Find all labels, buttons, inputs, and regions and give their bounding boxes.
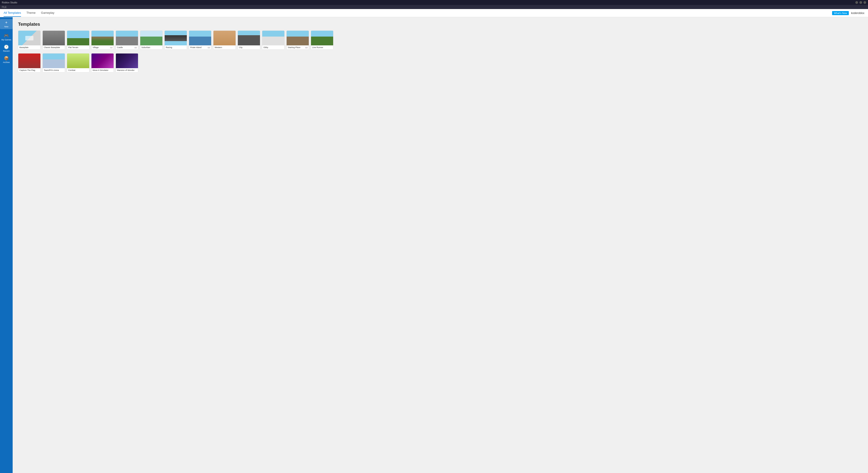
window-controls [855,1,866,4]
book-icon: 📖 [305,46,308,49]
template-label-row: Baseplate [18,45,40,50]
template-label: Western [215,46,235,49]
template-thumbnail [18,54,40,68]
template-card[interactable]: Classic Baseplate [42,30,65,50]
page-title: Templates [18,22,863,27]
book-icon: 📖 [134,46,137,49]
template-label: Racing [166,46,186,49]
menubar: FILE [0,5,868,9]
main-layout: + New 🎮 My Games 🕐 Recent 📦 Archive Temp… [0,17,868,473]
template-label-row: Combat [67,68,89,72]
template-card[interactable]: Team/FFA Arena [42,53,65,72]
username-display: koderoblox [851,11,864,15]
template-card[interactable]: Racing [164,30,187,50]
template-thumbnail [43,31,65,45]
template-label-row: Racing [165,45,187,50]
template-label-row: Village📖 [91,45,114,50]
sidebar-item-new[interactable]: + New [0,19,13,29]
sidebar-label-recent: Recent [3,50,10,52]
sidebar-label-mygames: My Games [1,39,11,41]
template-label: Starting Place [288,46,305,49]
topbar: All Templates Theme Gameplay What's New … [0,9,868,17]
tab-all-templates[interactable]: All Templates [4,9,21,17]
template-label-row: Obby [262,45,284,50]
sidebar-item-mygames[interactable]: 🎮 My Games [0,32,13,42]
book-icon: 📖 [110,46,113,49]
template-card[interactable]: Flat Terrain [67,30,89,50]
template-label: Capture The Flag [20,69,39,71]
tab-theme[interactable]: Theme [26,9,35,17]
template-label: Suburban [142,46,161,49]
template-label: Combat [68,69,88,71]
template-thumbnail [91,54,114,68]
archive-icon: 📦 [4,56,9,61]
sidebar-item-recent[interactable]: 🕐 Recent [0,43,13,54]
template-thumbnail [116,31,138,45]
whats-new-button[interactable]: What's New [832,11,849,15]
template-card[interactable]: Baseplate [18,30,41,50]
minimize-button[interactable] [855,1,858,4]
template-label-row: Team/FFA Arena [43,68,65,72]
template-card[interactable]: Western [213,30,236,50]
template-thumbnail [91,31,114,45]
template-label: Move It Simulator [93,69,113,71]
template-thumbnail [189,31,211,45]
sidebar: + New 🎮 My Games 🕐 Recent 📦 Archive [0,17,13,473]
template-card[interactable]: Starting Place📖 [286,30,309,50]
template-label-row: Castle📖 [116,45,138,50]
template-label-row: Classic Baseplate [43,45,65,50]
template-label: Mansion of Wonder [117,69,137,71]
template-card[interactable]: Capture The Flag [18,53,41,72]
template-label-row: Move It Simulator [91,68,114,72]
template-label: Village [93,46,110,49]
template-label: Team/FFA Arena [44,69,64,71]
template-card[interactable]: Pirate Island📖 [189,30,211,50]
template-thumbnail [262,31,284,45]
sidebar-item-archive[interactable]: 📦 Archive [0,55,13,65]
sidebar-label-new: New [4,26,8,28]
template-label-row: Line Runner [311,45,333,50]
template-label: City [239,46,259,49]
template-label: Baseplate [20,46,39,49]
games-icon: 🎮 [4,33,9,38]
template-thumbnail [140,31,162,45]
template-card[interactable]: Obby [262,30,285,50]
book-icon: 📖 [208,46,210,49]
template-card[interactable]: Line Runner [311,30,333,50]
app-title: Roblox Studio [2,1,18,4]
maximize-button[interactable] [860,1,862,4]
template-label-row: Starting Place📖 [287,45,309,50]
template-thumbnail [311,31,333,45]
content-area: Templates BaseplateClassic BaseplateFlat… [13,17,868,473]
template-card[interactable]: City [238,30,260,50]
template-thumbnail [238,31,260,45]
template-thumbnail [213,31,236,45]
template-card[interactable]: Village📖 [91,30,114,50]
template-thumbnail [18,31,40,45]
topbar-right: What's New koderoblox [832,11,864,15]
template-label-row: City [238,45,260,50]
tab-gameplay[interactable]: Gameplay [41,9,55,17]
template-label: Obby [264,46,283,49]
template-label-row: Mansion of Wonder [116,68,138,72]
template-label: Line Runner [312,46,332,49]
titlebar: Roblox Studio [0,0,868,5]
template-card[interactable]: Mansion of Wonder [116,53,138,72]
menu-file[interactable]: FILE [2,6,6,8]
template-thumbnail [116,54,138,68]
close-button[interactable] [864,1,866,4]
clock-icon: 🕐 [4,44,9,50]
template-label: Castle [117,46,134,49]
templates-grid: BaseplateClassic BaseplateFlat TerrainVi… [18,30,863,72]
template-card[interactable]: Castle📖 [116,30,138,50]
template-label-row: Pirate Island📖 [189,45,211,50]
plus-icon: + [5,20,8,25]
template-card[interactable]: Suburban [140,30,163,50]
template-card[interactable]: Combat [67,53,89,72]
template-card[interactable]: Move It Simulator [91,53,114,72]
template-thumbnail [165,31,187,45]
template-label: Classic Baseplate [44,46,64,49]
template-label-row: Flat Terrain [67,45,89,50]
template-thumbnail [67,54,89,68]
template-label-row: Western [213,45,236,50]
